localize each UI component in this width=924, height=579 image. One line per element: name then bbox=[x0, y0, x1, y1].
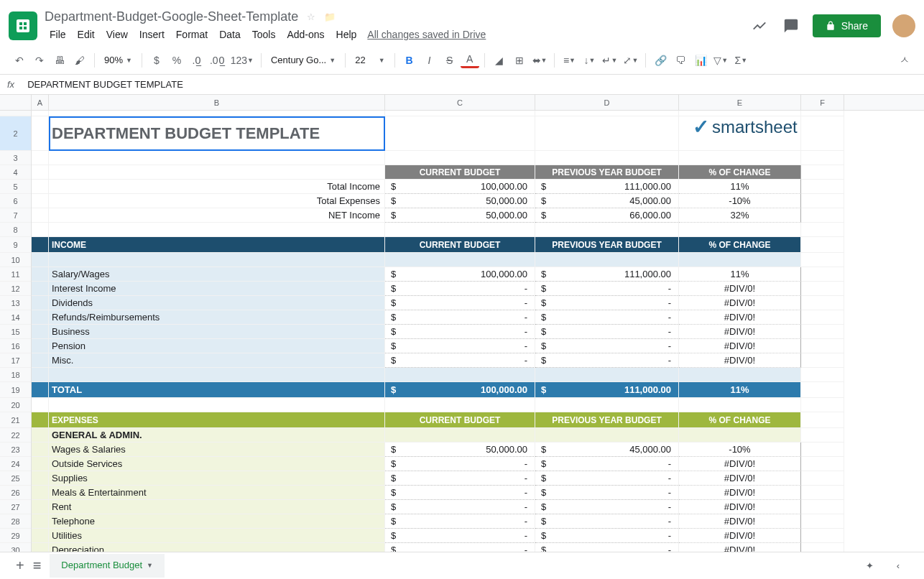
row-header-25[interactable]: 25 bbox=[0, 471, 31, 486]
row-header-30[interactable]: 30 bbox=[0, 543, 31, 552]
row-header-20[interactable]: 20 bbox=[0, 398, 31, 412]
activity-icon[interactable] bbox=[749, 16, 770, 36]
spreadsheet-cells[interactable]: ✓smartsheet DEPARTMENT BUDGET TEMPLATECU… bbox=[32, 111, 844, 552]
account-avatar[interactable] bbox=[892, 14, 915, 37]
borders-button[interactable]: ⊞ bbox=[510, 51, 529, 70]
col-header-e[interactable]: E bbox=[679, 95, 801, 110]
menu-format[interactable]: Format bbox=[171, 26, 213, 43]
comments-icon[interactable] bbox=[781, 16, 801, 36]
text-rotation-button[interactable]: ⤢▼ bbox=[621, 51, 640, 70]
row-header-27[interactable]: 27 bbox=[0, 500, 31, 514]
horizontal-align-button[interactable]: ≡▼ bbox=[560, 51, 578, 70]
menu-addons[interactable]: Add-ons bbox=[282, 26, 329, 43]
explore-button[interactable]: ✦ bbox=[859, 556, 879, 576]
all-sheets-button[interactable]: ≡ bbox=[33, 557, 42, 574]
decrease-decimal-icon[interactable]: .0̲ bbox=[188, 51, 206, 70]
row-header-11[interactable]: 11 bbox=[0, 267, 31, 282]
font-family-dropdown[interactable]: Century Go...▼ bbox=[267, 55, 340, 65]
menu-help[interactable]: Help bbox=[331, 26, 362, 43]
sheet-tab-department-budget[interactable]: Department Budget▼ bbox=[50, 554, 165, 578]
row-header-10[interactable]: 10 bbox=[0, 253, 31, 267]
formula-input[interactable]: DEPARTMENT BUDGET TEMPLATE bbox=[27, 79, 183, 90]
row-header-21[interactable]: 21 bbox=[0, 412, 31, 428]
row-header-[interactable] bbox=[0, 111, 31, 116]
paint-format-icon[interactable]: 🖌 bbox=[70, 51, 89, 70]
column-headers: A B C D E F bbox=[0, 95, 924, 111]
row-header-7[interactable]: 7 bbox=[0, 208, 31, 223]
share-label: Share bbox=[841, 20, 868, 32]
insert-comment-button[interactable]: 🗨 bbox=[671, 51, 690, 70]
col-header-f[interactable]: F bbox=[801, 95, 844, 110]
col-header-b[interactable]: B bbox=[49, 95, 385, 110]
merge-cells-button[interactable]: ⬌▼ bbox=[530, 51, 550, 70]
more-formats-dropdown[interactable]: 123▼ bbox=[228, 51, 256, 70]
text-wrap-button[interactable]: ↵▼ bbox=[600, 51, 619, 70]
redo-icon[interactable]: ↷ bbox=[30, 51, 49, 70]
row-header-3[interactable]: 3 bbox=[0, 151, 31, 165]
print-icon[interactable]: 🖶 bbox=[50, 51, 69, 70]
percent-icon[interactable]: % bbox=[167, 51, 186, 70]
add-sheet-button[interactable]: + bbox=[16, 557, 24, 574]
menu-view[interactable]: View bbox=[101, 26, 133, 43]
row-header-2[interactable]: 2 bbox=[0, 116, 31, 151]
row-header-18[interactable]: 18 bbox=[0, 368, 31, 382]
row-header-29[interactable]: 29 bbox=[0, 529, 31, 543]
menu-tools[interactable]: Tools bbox=[247, 26, 281, 43]
row-header-17[interactable]: 17 bbox=[0, 353, 31, 368]
zoom-dropdown[interactable]: 90%▼ bbox=[100, 55, 137, 65]
bold-button[interactable]: B bbox=[400, 51, 419, 70]
menu-insert[interactable]: Insert bbox=[134, 26, 170, 43]
select-all-corner[interactable] bbox=[0, 95, 32, 110]
insert-chart-button[interactable]: 📊 bbox=[691, 51, 710, 70]
currency-icon[interactable]: $ bbox=[147, 51, 166, 70]
font-size-dropdown[interactable]: 22▼ bbox=[351, 55, 389, 65]
row-header-22[interactable]: 22 bbox=[0, 428, 31, 443]
smartsheet-logo: ✓smartsheet bbox=[693, 115, 798, 139]
menu-file[interactable]: File bbox=[45, 26, 71, 43]
row-header-23[interactable]: 23 bbox=[0, 443, 31, 457]
filter-button[interactable]: ▽▼ bbox=[711, 51, 730, 70]
row-header-16[interactable]: 16 bbox=[0, 339, 31, 353]
col-header-c[interactable]: C bbox=[385, 95, 535, 110]
row-header-24[interactable]: 24 bbox=[0, 457, 31, 471]
strikethrough-button[interactable]: S bbox=[440, 51, 459, 70]
menu-data[interactable]: Data bbox=[214, 26, 246, 43]
move-folder-icon[interactable]: 📁 bbox=[324, 11, 336, 22]
menu-bar: File Edit View Insert Format Data Tools … bbox=[45, 26, 749, 43]
text-color-button[interactable]: A bbox=[461, 52, 479, 68]
vertical-align-button[interactable]: ↓▼ bbox=[580, 51, 599, 70]
menu-edit[interactable]: Edit bbox=[73, 26, 100, 43]
col-header-d[interactable]: D bbox=[535, 95, 679, 110]
side-panel-toggle[interactable]: ‹ bbox=[888, 556, 908, 576]
insert-link-button[interactable]: 🔗 bbox=[651, 51, 670, 70]
row-header-9[interactable]: 9 bbox=[0, 237, 31, 253]
row-headers: 2345678910111213141516171819202122232425… bbox=[0, 111, 32, 552]
row-header-13[interactable]: 13 bbox=[0, 296, 31, 310]
row-header-8[interactable]: 8 bbox=[0, 223, 31, 237]
toolbar: ↶ ↷ 🖶 🖌 90%▼ $ % .0̲ .00̲ 123▼ Century G… bbox=[0, 46, 924, 75]
row-header-5[interactable]: 5 bbox=[0, 180, 31, 194]
row-header-4[interactable]: 4 bbox=[0, 165, 31, 180]
row-header-12[interactable]: 12 bbox=[0, 282, 31, 296]
functions-button[interactable]: Σ▼ bbox=[731, 51, 750, 70]
row-header-19[interactable]: 19 bbox=[0, 382, 31, 398]
row-header-28[interactable]: 28 bbox=[0, 514, 31, 529]
undo-icon[interactable]: ↶ bbox=[10, 51, 29, 70]
collapse-toolbar-icon[interactable]: ㅅ bbox=[895, 51, 914, 70]
document-title[interactable]: Department-Budget-Google-Sheet-Template bbox=[45, 9, 298, 24]
row-header-26[interactable]: 26 bbox=[0, 486, 31, 500]
drive-status[interactable]: All changes saved in Drive bbox=[367, 29, 486, 40]
row-header-6[interactable]: 6 bbox=[0, 194, 31, 208]
row-header-15[interactable]: 15 bbox=[0, 325, 31, 339]
star-icon[interactable]: ☆ bbox=[307, 11, 315, 22]
share-button[interactable]: Share bbox=[813, 14, 881, 37]
fx-icon[interactable]: fx bbox=[7, 79, 14, 90]
italic-button[interactable]: I bbox=[420, 51, 439, 70]
increase-decimal-icon[interactable]: .00̲ bbox=[208, 51, 227, 70]
row-header-14[interactable]: 14 bbox=[0, 310, 31, 325]
fill-color-button[interactable]: ◢ bbox=[490, 51, 509, 70]
col-header-a[interactable]: A bbox=[32, 95, 49, 110]
sheets-logo-icon[interactable] bbox=[9, 11, 37, 40]
